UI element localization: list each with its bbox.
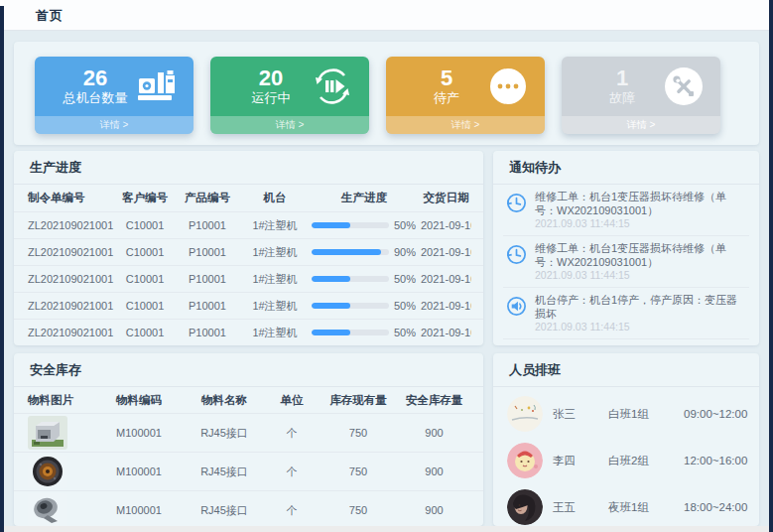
dashboard-screen: 首页 26 总机台数量 <box>0 0 773 532</box>
cell-machine: 1#注塑机 <box>242 218 308 233</box>
progress-label: 50% <box>394 273 416 285</box>
progress-fill <box>312 222 350 228</box>
stock-table-row[interactable]: M100001 RJ45接口 个 750 900 <box>14 452 483 490</box>
cell-material-code: M100001 <box>95 466 183 477</box>
production-table-row[interactable]: ZL202109021001 C10001 P10001 1#注塑机 50% 2… <box>14 292 483 319</box>
staff-schedule-title: 人员排班 <box>493 353 759 387</box>
col-product-no: 产品编号 <box>173 191 242 205</box>
safety-stock-title: 安全库存 <box>14 353 483 387</box>
stock-table-header: 物料图片 物料编码 物料名称 单位 库存现有量 安全库存量 <box>14 387 483 413</box>
dashboard-content: 26 总机台数量 <box>4 31 769 526</box>
progress-fill <box>312 330 350 335</box>
stat-card-waiting[interactable]: 5 待产 详情 > <box>386 57 545 134</box>
cell-machine: 1#注塑机 <box>242 245 308 260</box>
col-delivery-date: 交货日期 <box>421 191 471 205</box>
right-edge <box>769 0 773 532</box>
col-machine: 机台 <box>242 191 308 205</box>
cell-customer-no: C10001 <box>117 246 173 258</box>
notification-text: 机台停产：机台1停产，停产原因：变压器损坏 <box>535 294 747 321</box>
progress-track <box>312 222 389 228</box>
progress-label: 90% <box>394 246 416 258</box>
rj45-connector-photo <box>28 416 67 450</box>
cell-material-name: RJ45接口 <box>183 465 266 479</box>
fault-detail-link[interactable]: 详情 > <box>562 116 720 134</box>
cell-customer-no: C10001 <box>117 219 173 231</box>
production-progress-title: 生产进度 <box>14 151 483 185</box>
progress-label: 50% <box>394 327 416 338</box>
avatar-cartoon <box>507 443 543 478</box>
speaker-side-photo <box>28 493 67 526</box>
col-unit: 单位 <box>266 393 318 408</box>
cell-qty-on-hand: 750 <box>318 466 399 477</box>
cell-safety-qty: 900 <box>399 427 469 439</box>
sidebar-edge <box>0 6 4 532</box>
tools-icon <box>661 64 707 109</box>
stat-card-fault[interactable]: 1 故障 <box>562 57 720 134</box>
running-detail-link[interactable]: 详情 > <box>210 116 369 134</box>
avatar-sketch <box>507 396 543 432</box>
cell-qty-on-hand: 750 <box>318 504 399 516</box>
staff-name: 张三 <box>553 407 608 422</box>
cell-material-code: M100001 <box>95 427 183 439</box>
staff-schedule-panel: 人员排班 张三 白班1组 09:00~12:00 李四 白班2组 1 <box>493 353 759 526</box>
total-machines-detail-link[interactable]: 详情 > <box>35 116 193 134</box>
cell-delivery-date: 2021-09-10 <box>421 273 471 285</box>
stat-cards-panel: 26 总机台数量 <box>14 42 759 145</box>
production-table-row[interactable]: ZL202109021001 C10001 P10001 1#注塑机 90% 2… <box>14 238 483 265</box>
cell-order-no: ZL202109021001 <box>26 246 117 258</box>
avatar-photo <box>507 489 543 525</box>
fault-value: 1 <box>583 66 661 90</box>
notification-time: 2021.09.03 11:44:15 <box>535 321 747 333</box>
corner-patch <box>0 0 4 6</box>
production-table-row[interactable]: ZL202109021001 C10001 P10001 1#注塑机 50% 2… <box>14 319 483 345</box>
cell-customer-no: C10001 <box>117 327 173 338</box>
cell-machine: 1#注塑机 <box>242 272 308 287</box>
running-value: 20 <box>232 66 310 90</box>
running-icon <box>310 64 355 109</box>
stat-card-running[interactable]: 20 运行中 <box>210 57 369 134</box>
cell-product-no: P10001 <box>173 273 242 285</box>
machine-icon <box>134 64 180 109</box>
staff-time: 18:00~24:00 <box>684 501 751 513</box>
waiting-label: 待产 <box>408 90 485 106</box>
cell-order-no: ZL202109021001 <box>26 219 117 231</box>
notification-text: 维修工单：机台1变压器损坏待维修（单号：WX202109031001） <box>535 242 747 269</box>
staff-shift: 夜班1组 <box>608 500 684 515</box>
progress-bar-cell: 50% <box>308 273 421 285</box>
cell-unit: 个 <box>266 426 318 441</box>
staff-row[interactable]: 王五 夜班1组 18:00~24:00 <box>507 484 745 526</box>
production-table-header: 制令单编号 客户编号 产品编号 机台 生产进度 交货日期 <box>14 185 483 211</box>
staff-row[interactable]: 李四 白班2组 12:00~16:00 <box>507 438 745 483</box>
cell-product-no: P10001 <box>173 246 242 258</box>
speaker-icon <box>505 295 528 318</box>
notification-item[interactable]: 维修工单：机台1变压器损坏待维修（单号：WX202109031001） 2021… <box>503 185 749 236</box>
notification-item[interactable]: 机台停产：机台1停产，停产原因：变压器损坏 2021.09.03 11:44:1… <box>503 288 749 339</box>
progress-fill <box>312 276 350 282</box>
staff-shift: 白班1组 <box>608 407 684 422</box>
progress-label: 50% <box>394 300 416 312</box>
col-material-name: 物料名称 <box>183 393 266 408</box>
staff-name: 李四 <box>553 454 608 468</box>
notification-item[interactable]: 计划暂停：机台1生产计划已暂停 2021.09.03 11:44:15 <box>503 339 749 345</box>
staff-row[interactable]: 张三 白班1组 09:00~12:00 <box>507 391 745 437</box>
progress-fill <box>312 303 350 309</box>
notification-time: 2021.09.03 11:44:15 <box>535 269 747 282</box>
cell-material-code: M100001 <box>95 504 183 516</box>
stock-table-row[interactable]: M100001 RJ45接口 个 750 900 <box>14 413 483 452</box>
cell-order-no: ZL202109021001 <box>26 327 117 338</box>
cell-qty-on-hand: 750 <box>318 427 399 439</box>
staff-time: 09:00~12:00 <box>684 408 751 420</box>
stat-card-total-machines[interactable]: 26 总机台数量 <box>35 57 193 134</box>
notification-item[interactable]: 维修工单：机台1变压器损坏待维修（单号：WX202109031001） 2021… <box>503 236 749 288</box>
production-table-row[interactable]: ZL202109021001 C10001 P10001 1#注塑机 50% 2… <box>14 211 483 238</box>
col-material-image: 物料图片 <box>28 393 95 408</box>
cell-product-no: P10001 <box>173 327 242 338</box>
stock-table-row[interactable]: M100001 RJ45接口 个 750 900 <box>14 490 483 526</box>
progress-fill <box>312 249 381 255</box>
waiting-detail-link[interactable]: 详情 > <box>386 116 545 134</box>
tab-home[interactable]: 首页 <box>36 7 64 25</box>
production-table-row[interactable]: ZL202109021001 C10001 P10001 1#注塑机 50% 2… <box>14 265 483 292</box>
cell-delivery-date: 2021-09-10 <box>421 246 471 258</box>
cell-material-name: RJ45接口 <box>183 503 266 518</box>
progress-track <box>312 330 389 335</box>
